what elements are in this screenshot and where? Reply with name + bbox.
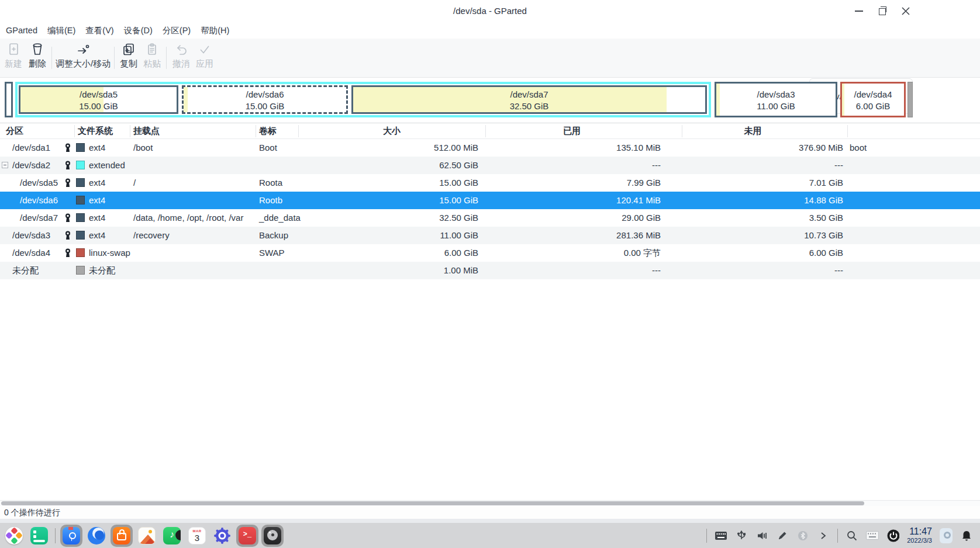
horizontal-scrollbar[interactable] — [0, 500, 980, 506]
diskbar-segment-sda5[interactable]: /dev/sda5 15.00 GiB — [19, 85, 178, 114]
green-app-button[interactable] — [28, 525, 50, 547]
screenshot-pen-icon[interactable] — [776, 528, 789, 543]
app-store-button[interactable] — [111, 525, 133, 547]
close-button[interactable] — [899, 5, 912, 18]
header-filesystem: 文件系统 — [78, 123, 113, 138]
lock-icon — [64, 178, 71, 188]
table-row-sda2[interactable]: /dev/sda2 extended 62.50 GiB --- --- — [0, 157, 980, 174]
music-player-button[interactable]: ♪ — [161, 525, 183, 547]
segment-name: /dev/sda4 — [854, 89, 892, 99]
copy-icon — [121, 42, 136, 57]
filesystem: ext4 — [89, 209, 105, 227]
volume-label: Roota — [259, 174, 282, 192]
undo-button[interactable]: 撤消 — [170, 41, 193, 75]
onscreen-keyboard-icon[interactable] — [866, 528, 879, 543]
unused: 376.90 MiB — [682, 139, 843, 157]
menubar: GParted 编辑(E) 查看(V) 设备(D) 分区(P) 帮助(H) — [0, 22, 980, 39]
table-row-sda1[interactable]: /dev/sda1 ext4 /boot Boot 512.00 MiB 135… — [0, 139, 980, 157]
recycle-bin-button[interactable] — [940, 528, 953, 543]
lock-icon — [64, 161, 71, 170]
menu-edit[interactable]: 编辑(E) — [46, 24, 77, 37]
new-partition-icon — [6, 42, 21, 57]
partition-editor-button[interactable] — [261, 525, 284, 547]
copy-button[interactable]: 复制 — [117, 41, 140, 75]
launcher-button[interactable] — [3, 525, 25, 547]
pending-operations-text: 0 个操作待进行 — [4, 508, 60, 517]
diskbar-segment-sda1[interactable] — [5, 82, 13, 117]
filesystem-color-swatch — [76, 178, 85, 187]
unused: 3.50 GiB — [682, 209, 843, 227]
minimize-button[interactable] — [853, 5, 865, 18]
partition-name: /dev/sda1 — [12, 139, 50, 157]
diskbar-segment-sda4[interactable]: /dev/sda4 6.00 GiB — [840, 82, 906, 117]
size: 62.50 GiB — [298, 157, 478, 174]
browser-button[interactable] — [85, 525, 108, 547]
volume-label: Boot — [259, 139, 277, 157]
volume-icon[interactable] — [755, 528, 768, 543]
partition-name: /dev/sda2 — [12, 157, 50, 174]
apply-button[interactable]: 应用 — [193, 41, 216, 75]
table-row-unallocated[interactable]: 未分配 未分配 1.00 MiB --- --- — [0, 262, 980, 279]
diskbar-segment-sda6-selected[interactable]: /dev/sda6 15.00 GiB — [182, 85, 348, 114]
menu-partition[interactable]: 分区(P) — [161, 24, 192, 37]
segment-size: 32.50 GiB — [510, 101, 549, 111]
menu-help[interactable]: 帮助(H) — [199, 24, 230, 37]
usb-device-icon[interactable] — [735, 528, 748, 543]
delete-icon — [30, 42, 45, 57]
terminal-button[interactable]: >_ — [236, 525, 258, 547]
image-viewer-icon — [138, 527, 156, 544]
restore-button[interactable] — [876, 5, 889, 18]
diskbar-segment-unallocated[interactable] — [907, 82, 913, 117]
control-center-gear-icon — [213, 527, 231, 544]
header-partition: 分区 — [6, 123, 23, 138]
collapse-expander-icon[interactable] — [2, 162, 8, 168]
diskbar-segment-sda7[interactable]: /dev/sda7 32.50 GiB — [351, 85, 707, 114]
used: 29.00 GiB — [485, 209, 661, 227]
unused: 6.00 GiB — [682, 244, 843, 262]
diskbar-segment-sda3[interactable]: /dev/sda3 11.00 GiB — [715, 82, 837, 117]
toolbar-separator — [166, 47, 167, 69]
flags: boot — [850, 139, 867, 157]
clock[interactable]: 11:47 2022/3/3 — [907, 527, 932, 544]
resize-move-button[interactable]: 调整大小/移动 — [54, 41, 112, 75]
table-row-sda7[interactable]: /dev/sda7 ext4 /data, /home, /opt, /root… — [0, 209, 980, 227]
control-center-button[interactable] — [211, 525, 233, 547]
delete-button[interactable]: 删除 — [26, 41, 49, 75]
search-icon[interactable] — [846, 528, 858, 543]
used: 120.41 MiB — [485, 192, 661, 209]
image-viewer-button[interactable] — [136, 525, 158, 547]
table-row-sda6-selected[interactable]: /dev/sda6 ext4 Rootb 15.00 GiB 120.41 Mi… — [0, 192, 980, 209]
file-manager-button[interactable] — [60, 525, 82, 547]
notifications-bell-icon[interactable] — [960, 528, 973, 543]
diskbar-extended-frame: /dev/sda5 15.00 GiB /dev/sda6 15.00 GiB … — [15, 82, 711, 117]
apply-icon — [197, 42, 212, 57]
keyboard-layout-icon[interactable] — [715, 528, 727, 543]
paste-icon — [144, 42, 160, 57]
resize-move-icon — [75, 42, 91, 57]
table-row-sda5[interactable]: /dev/sda5 ext4 / Roota 15.00 GiB 7.99 Gi… — [0, 174, 980, 192]
size: 11.00 GiB — [298, 227, 478, 244]
used: 135.10 MiB — [485, 139, 661, 157]
menu-view[interactable]: 查看(V) — [84, 24, 115, 37]
table-row-sda3[interactable]: /dev/sda3 ext4 /recovery Backup 11.00 Gi… — [0, 227, 980, 244]
partition-name: /dev/sda4 — [12, 244, 50, 262]
menu-gparted[interactable]: GParted — [5, 25, 39, 36]
mount-point: / — [133, 174, 136, 192]
bluetooth-icon[interactable] — [796, 528, 809, 543]
titlebar: /dev/sda - GParted — [0, 0, 980, 22]
new-partition-button[interactable]: 新建 — [1, 41, 26, 75]
close-icon — [901, 6, 910, 16]
menu-device[interactable]: 设备(D) — [123, 24, 154, 37]
tray-expand-chevron-icon[interactable] — [817, 528, 830, 543]
calendar-button[interactable]: MAR 3 — [186, 525, 208, 547]
used: --- — [485, 157, 661, 174]
power-icon[interactable] — [886, 528, 899, 543]
disk-visual-bar: /dev/sda5 15.00 GiB /dev/sda6 15.00 GiB … — [5, 82, 915, 117]
toolbar-separator — [51, 47, 52, 69]
paste-button[interactable]: 粘贴 — [140, 41, 164, 75]
scrollbar-thumb[interactable] — [1, 501, 864, 505]
table-row-sda4[interactable]: /dev/sda4 linux-swap SWAP 6.00 GiB 0.00 … — [0, 244, 980, 262]
lock-icon — [64, 213, 71, 223]
volume-label: Rootb — [259, 192, 282, 209]
dock-apps: ♪ MAR 3 — [0, 525, 284, 547]
